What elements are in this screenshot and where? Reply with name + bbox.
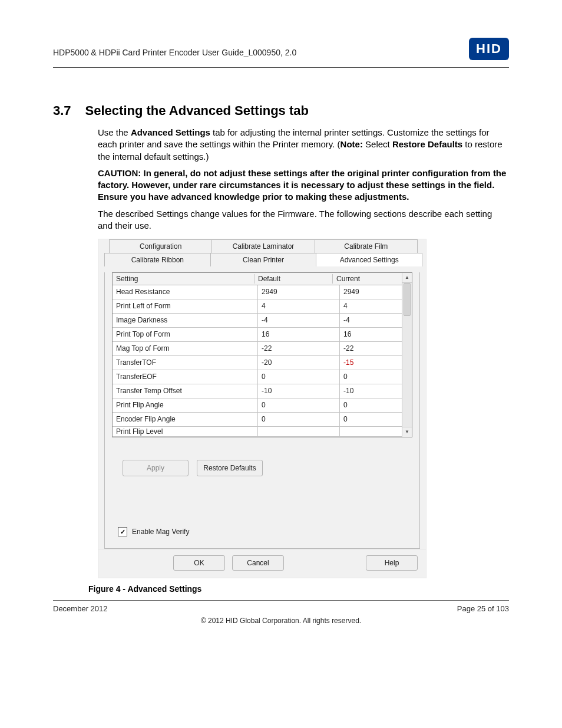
scrollbar[interactable]: ▲ ▼ [402,273,412,437]
table-row[interactable]: Image Darkness-4-4 [113,314,402,328]
settings-table: Setting Default Current Head Resistance2… [112,272,412,437]
footer-copyright: © 2012 HID Global Corporation. All right… [53,617,509,625]
tab-calibrate-laminator[interactable]: Calibrate Laminator [212,240,315,253]
figure-caption: Figure 4 - Advanced Settings [88,584,509,594]
doc-title: HDP5000 & HDPii Card Printer Encoder Use… [53,48,296,57]
section-title: Selecting the Advanced Settings tab [85,103,309,118]
footer-page: Page 25 of 103 [457,604,509,613]
table-row[interactable]: Mag Top of Form-22-22 [113,342,402,356]
enable-mag-verify-label: Enable Mag Verify [132,527,189,536]
scroll-thumb[interactable] [404,283,411,316]
apply-button[interactable]: Apply [123,460,189,476]
enable-mag-verify-checkbox[interactable]: ✓ [118,527,127,536]
col-header-setting: Setting [113,274,254,284]
col-header-current: Current [333,274,402,284]
table-row[interactable]: Print Left of Form44 [113,299,402,314]
table-row[interactable]: Print Flip Angle00 [113,398,402,413]
table-row[interactable]: Head Resistance29492949 [113,285,402,299]
table-row[interactable]: TransferEOF00 [113,370,402,384]
hid-logo: HID [469,38,509,60]
help-button[interactable]: Help [366,555,418,571]
advanced-settings-dialog: Configuration Calibrate Laminator Calibr… [98,239,427,578]
restore-defaults-button[interactable]: Restore Defaults [197,460,263,476]
table-row[interactable]: Print Top of Form1616 [113,328,402,342]
scroll-up-icon[interactable]: ▲ [402,273,412,283]
table-row[interactable]: TransferTOF-20-15 [113,356,402,370]
section-paragraph-3: The described Settings change values for… [98,208,509,232]
tab-configuration[interactable]: Configuration [110,240,212,253]
table-row[interactable]: Print Flip Level [113,427,402,437]
table-row[interactable]: Encoder Flip Angle00 [113,413,402,427]
tab-clean-printer[interactable]: Clean Printer [211,253,317,266]
section-heading: 3.7 Selecting the Advanced Settings tab [53,103,509,118]
col-header-default: Default [254,274,333,284]
tab-calibrate-film[interactable]: Calibrate Film [315,240,417,253]
cancel-button[interactable]: Cancel [232,555,284,571]
scroll-down-icon[interactable]: ▼ [402,427,412,437]
ok-button[interactable]: OK [173,555,225,571]
tab-advanced-settings[interactable]: Advanced Settings [316,253,422,266]
section-number: 3.7 [53,103,71,118]
section-caution: CAUTION: In general, do not adjust these… [98,167,509,203]
section-paragraph-1: Use the Advanced Settings tab for adjust… [98,127,509,163]
tab-calibrate-ribbon[interactable]: Calibrate Ribbon [105,253,211,266]
footer-date: December 2012 [53,604,108,613]
table-row[interactable]: Transfer Temp Offset-10-10 [113,384,402,398]
